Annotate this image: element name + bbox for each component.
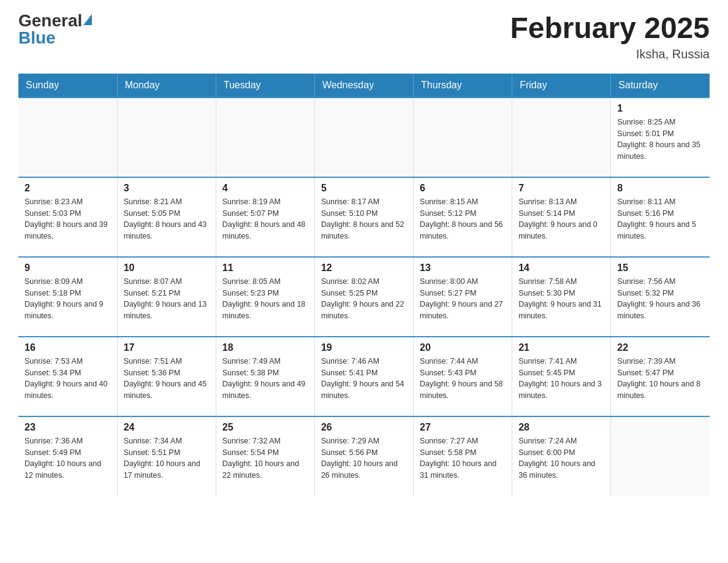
calendar-title: February 2025 bbox=[510, 12, 710, 45]
day-number: 9 bbox=[25, 262, 111, 274]
calendar-day-cell: 20Sunrise: 7:44 AMSunset: 5:43 PMDayligh… bbox=[414, 337, 512, 416]
calendar-day-cell: 21Sunrise: 7:41 AMSunset: 5:45 PMDayligh… bbox=[512, 337, 611, 416]
day-number: 7 bbox=[518, 183, 604, 194]
day-info: Sunrise: 8:13 AMSunset: 5:14 PMDaylight:… bbox=[518, 196, 604, 242]
calendar-day-cell: 9Sunrise: 8:09 AMSunset: 5:18 PMDaylight… bbox=[18, 257, 117, 337]
calendar-day-cell: 4Sunrise: 8:19 AMSunset: 5:07 PMDaylight… bbox=[216, 177, 314, 257]
calendar-header-row: SundayMondayTuesdayWednesdayThursdayFrid… bbox=[18, 74, 710, 98]
day-info: Sunrise: 7:39 AMSunset: 5:47 PMDaylight:… bbox=[617, 356, 703, 402]
calendar-day-cell: 27Sunrise: 7:27 AMSunset: 5:58 PMDayligh… bbox=[414, 416, 512, 496]
day-number: 21 bbox=[518, 342, 604, 353]
calendar-day-cell: 15Sunrise: 7:56 AMSunset: 5:32 PMDayligh… bbox=[611, 257, 710, 337]
day-number: 14 bbox=[518, 262, 604, 274]
day-info: Sunrise: 8:11 AMSunset: 5:16 PMDaylight:… bbox=[617, 196, 703, 242]
calendar-day-cell: 19Sunrise: 7:46 AMSunset: 5:41 PMDayligh… bbox=[314, 337, 413, 416]
calendar-week-row: 1Sunrise: 8:25 AMSunset: 5:01 PMDaylight… bbox=[18, 98, 710, 177]
calendar-header: SundayMondayTuesdayWednesdayThursdayFrid… bbox=[18, 74, 710, 98]
calendar-day-cell: 7Sunrise: 8:13 AMSunset: 5:14 PMDaylight… bbox=[512, 177, 611, 257]
calendar-day-cell: 25Sunrise: 7:32 AMSunset: 5:54 PMDayligh… bbox=[216, 416, 314, 496]
day-number: 13 bbox=[420, 262, 506, 274]
calendar-table: SundayMondayTuesdayWednesdayThursdayFrid… bbox=[18, 74, 710, 496]
day-number: 18 bbox=[222, 342, 308, 353]
calendar-day-cell: 14Sunrise: 7:58 AMSunset: 5:30 PMDayligh… bbox=[512, 257, 611, 337]
calendar-week-row: 16Sunrise: 7:53 AMSunset: 5:34 PMDayligh… bbox=[18, 337, 710, 416]
calendar-day-header: Saturday bbox=[611, 74, 710, 98]
calendar-day-cell: 12Sunrise: 8:02 AMSunset: 5:25 PMDayligh… bbox=[314, 257, 413, 337]
day-info: Sunrise: 7:27 AMSunset: 5:58 PMDaylight:… bbox=[420, 435, 506, 481]
calendar-day-cell bbox=[611, 416, 710, 496]
day-number: 4 bbox=[222, 183, 308, 194]
day-info: Sunrise: 7:32 AMSunset: 5:54 PMDaylight:… bbox=[222, 435, 308, 481]
logo-triangle-icon bbox=[83, 14, 92, 25]
page-header: General Blue February 2025 Iksha, Russia bbox=[18, 12, 710, 61]
calendar-day-cell: 8Sunrise: 8:11 AMSunset: 5:16 PMDaylight… bbox=[611, 177, 710, 257]
day-info: Sunrise: 8:15 AMSunset: 5:12 PMDaylight:… bbox=[420, 196, 506, 242]
day-info: Sunrise: 8:25 AMSunset: 5:01 PMDaylight:… bbox=[617, 117, 703, 163]
day-number: 25 bbox=[222, 422, 308, 433]
day-info: Sunrise: 7:41 AMSunset: 5:45 PMDaylight:… bbox=[518, 356, 604, 402]
day-info: Sunrise: 8:21 AMSunset: 5:05 PMDaylight:… bbox=[124, 196, 210, 242]
day-info: Sunrise: 8:07 AMSunset: 5:21 PMDaylight:… bbox=[124, 276, 210, 322]
calendar-day-header: Tuesday bbox=[216, 74, 314, 98]
calendar-day-cell: 23Sunrise: 7:36 AMSunset: 5:49 PMDayligh… bbox=[18, 416, 117, 496]
day-number: 5 bbox=[321, 183, 407, 194]
calendar-week-row: 23Sunrise: 7:36 AMSunset: 5:49 PMDayligh… bbox=[18, 416, 710, 496]
calendar-day-cell: 5Sunrise: 8:17 AMSunset: 5:10 PMDaylight… bbox=[314, 177, 413, 257]
day-number: 27 bbox=[420, 422, 506, 433]
calendar-subtitle: Iksha, Russia bbox=[510, 47, 710, 61]
calendar-day-cell: 11Sunrise: 8:05 AMSunset: 5:23 PMDayligh… bbox=[216, 257, 314, 337]
day-number: 3 bbox=[124, 183, 210, 194]
day-info: Sunrise: 7:29 AMSunset: 5:56 PMDaylight:… bbox=[321, 435, 407, 481]
calendar-day-cell: 6Sunrise: 8:15 AMSunset: 5:12 PMDaylight… bbox=[414, 177, 512, 257]
day-info: Sunrise: 7:34 AMSunset: 5:51 PMDaylight:… bbox=[124, 435, 210, 481]
day-number: 23 bbox=[25, 422, 111, 433]
day-info: Sunrise: 8:19 AMSunset: 5:07 PMDaylight:… bbox=[222, 196, 308, 242]
day-info: Sunrise: 7:58 AMSunset: 5:30 PMDaylight:… bbox=[518, 276, 604, 322]
calendar-day-cell bbox=[314, 98, 413, 177]
logo-general-text: General bbox=[18, 12, 82, 29]
calendar-day-cell bbox=[216, 98, 314, 177]
calendar-day-header: Monday bbox=[117, 74, 216, 98]
day-number: 16 bbox=[25, 342, 111, 353]
calendar-day-header: Wednesday bbox=[314, 74, 413, 98]
day-number: 17 bbox=[124, 342, 210, 353]
day-number: 10 bbox=[124, 262, 210, 274]
day-number: 8 bbox=[617, 183, 703, 194]
day-info: Sunrise: 8:02 AMSunset: 5:25 PMDaylight:… bbox=[321, 276, 407, 322]
day-number: 20 bbox=[420, 342, 506, 353]
day-number: 12 bbox=[321, 262, 407, 274]
day-info: Sunrise: 8:05 AMSunset: 5:23 PMDaylight:… bbox=[222, 276, 308, 322]
calendar-day-cell: 17Sunrise: 7:51 AMSunset: 5:36 PMDayligh… bbox=[117, 337, 216, 416]
day-info: Sunrise: 8:09 AMSunset: 5:18 PMDaylight:… bbox=[25, 276, 111, 322]
day-info: Sunrise: 8:23 AMSunset: 5:03 PMDaylight:… bbox=[25, 196, 111, 242]
day-info: Sunrise: 8:17 AMSunset: 5:10 PMDaylight:… bbox=[321, 196, 407, 242]
calendar-day-cell bbox=[117, 98, 216, 177]
calendar-day-cell: 2Sunrise: 8:23 AMSunset: 5:03 PMDaylight… bbox=[18, 177, 117, 257]
calendar-week-row: 9Sunrise: 8:09 AMSunset: 5:18 PMDaylight… bbox=[18, 257, 710, 337]
day-info: Sunrise: 7:51 AMSunset: 5:36 PMDaylight:… bbox=[124, 356, 210, 402]
day-info: Sunrise: 7:44 AMSunset: 5:43 PMDaylight:… bbox=[420, 356, 506, 402]
calendar-day-cell bbox=[18, 98, 117, 177]
calendar-body: 1Sunrise: 8:25 AMSunset: 5:01 PMDaylight… bbox=[18, 98, 710, 496]
day-number: 19 bbox=[321, 342, 407, 353]
calendar-day-header: Friday bbox=[512, 74, 611, 98]
calendar-day-cell bbox=[512, 98, 611, 177]
calendar-day-cell: 1Sunrise: 8:25 AMSunset: 5:01 PMDaylight… bbox=[611, 98, 710, 177]
day-info: Sunrise: 8:00 AMSunset: 5:27 PMDaylight:… bbox=[420, 276, 506, 322]
day-number: 28 bbox=[518, 422, 604, 433]
day-info: Sunrise: 7:46 AMSunset: 5:41 PMDaylight:… bbox=[321, 356, 407, 402]
day-number: 6 bbox=[420, 183, 506, 194]
day-number: 24 bbox=[124, 422, 210, 433]
day-info: Sunrise: 7:53 AMSunset: 5:34 PMDaylight:… bbox=[25, 356, 111, 402]
day-number: 2 bbox=[25, 183, 111, 194]
day-number: 1 bbox=[617, 103, 703, 114]
logo-blue-text: Blue bbox=[18, 29, 56, 47]
day-info: Sunrise: 7:36 AMSunset: 5:49 PMDaylight:… bbox=[25, 435, 111, 481]
calendar-day-cell: 16Sunrise: 7:53 AMSunset: 5:34 PMDayligh… bbox=[18, 337, 117, 416]
calendar-day-cell: 28Sunrise: 7:24 AMSunset: 6:00 PMDayligh… bbox=[512, 416, 611, 496]
day-info: Sunrise: 7:49 AMSunset: 5:38 PMDaylight:… bbox=[222, 356, 308, 402]
day-number: 15 bbox=[617, 262, 703, 274]
day-number: 26 bbox=[321, 422, 407, 433]
calendar-day-cell: 10Sunrise: 8:07 AMSunset: 5:21 PMDayligh… bbox=[117, 257, 216, 337]
day-info: Sunrise: 7:24 AMSunset: 6:00 PMDaylight:… bbox=[518, 435, 604, 481]
